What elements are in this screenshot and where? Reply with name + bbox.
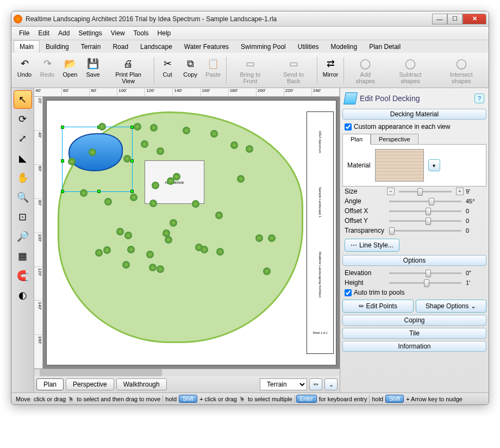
ribbon-tab-modeling[interactable]: Modeling xyxy=(324,40,363,53)
view-tab-perspective[interactable]: Perspective xyxy=(66,378,114,390)
coping-section[interactable]: Coping xyxy=(342,315,486,326)
maximize-button[interactable] xyxy=(447,14,462,24)
menu-file[interactable]: File xyxy=(15,28,34,39)
plant[interactable] xyxy=(123,155,131,163)
offset-x-slider[interactable] xyxy=(389,210,461,212)
ribbon-tab-main[interactable]: Main xyxy=(14,40,40,53)
plant[interactable] xyxy=(215,211,223,219)
plant[interactable] xyxy=(173,173,180,181)
cut-button[interactable]: ✂Cut xyxy=(157,55,178,79)
plant[interactable] xyxy=(237,175,245,183)
zoom-window-tool[interactable]: ⊡ xyxy=(14,208,32,226)
layer-options-button[interactable]: ⌄ xyxy=(324,378,338,390)
menu-add[interactable]: Add xyxy=(54,28,74,39)
plant[interactable] xyxy=(116,228,124,235)
menu-tools[interactable]: Tools xyxy=(129,28,153,39)
view-tab-plan[interactable]: Plan xyxy=(36,378,64,390)
plant[interactable] xyxy=(255,234,263,242)
menu-view[interactable]: View xyxy=(107,28,129,39)
increment-button[interactable]: + xyxy=(456,188,464,195)
plant[interactable] xyxy=(246,145,253,153)
ribbon-tab-plan-detail[interactable]: Plan Detail xyxy=(363,40,407,53)
material-swatch[interactable] xyxy=(375,149,424,182)
app-icon xyxy=(14,15,22,23)
plant[interactable] xyxy=(104,198,112,206)
subtab-perspective[interactable]: Perspective xyxy=(371,134,418,145)
plant[interactable] xyxy=(127,246,135,253)
vertical-ruler: 20'40'60'80'100'120'140'160' xyxy=(34,97,43,369)
ribbon-tab-utilities[interactable]: Utilities xyxy=(292,40,325,53)
layer-dropdown[interactable]: Terrain xyxy=(260,378,307,390)
toggle-tool[interactable]: ◐ xyxy=(14,286,32,304)
plant[interactable] xyxy=(263,267,271,275)
transparency-slider[interactable] xyxy=(389,230,461,232)
ribbon-tab-building[interactable]: Building xyxy=(40,40,75,53)
plant[interactable] xyxy=(210,130,218,138)
plant[interactable] xyxy=(170,219,177,227)
canvas-wrap: 20'40'60'80'100'120'140'160' residence i… xyxy=(34,97,340,369)
height-slider[interactable] xyxy=(389,282,461,284)
line-style-button[interactable]: ⋯ Line Style... xyxy=(345,239,399,252)
plant[interactable] xyxy=(150,124,158,132)
view-tabs: PlanPerspectiveWalkthroughTerrain✏⌄ xyxy=(34,376,340,393)
plant[interactable] xyxy=(216,248,224,256)
decking-material-section[interactable]: Decking Material xyxy=(342,109,486,120)
plant[interactable] xyxy=(134,123,141,130)
points-tool[interactable]: ◣ xyxy=(14,149,32,167)
scale-tool[interactable]: ⤢ xyxy=(14,129,32,148)
ribbon-tab-road[interactable]: Road xyxy=(107,40,134,53)
shape-options-button[interactable]: Shape Options ⌄ xyxy=(416,300,487,313)
panel-icon xyxy=(343,92,358,104)
zoom-tool[interactable]: 🔍 xyxy=(14,188,32,207)
edit-points-button[interactable]: ✏ Edit Points xyxy=(342,300,414,313)
size-slider[interactable] xyxy=(399,191,452,192)
plant[interactable] xyxy=(122,261,130,269)
help-button[interactable]: ? xyxy=(474,94,484,103)
options-section[interactable]: Options xyxy=(342,255,486,266)
ribbon-tab-landscape[interactable]: Landscape xyxy=(134,40,178,53)
menu-edit[interactable]: Edit xyxy=(34,28,54,39)
save-button[interactable]: 💾Save xyxy=(82,55,104,79)
edit-layer-button[interactable]: ✏ xyxy=(309,378,322,390)
plant[interactable] xyxy=(201,246,208,253)
undo-button[interactable]: ↶Undo xyxy=(14,55,35,79)
elevation-slider[interactable] xyxy=(389,272,461,274)
horizontal-scrollbar[interactable] xyxy=(34,369,340,376)
material-picker-button[interactable]: ▾ xyxy=(428,159,440,171)
snap-tool[interactable]: 🧲 xyxy=(14,266,32,285)
view-tab-walkthrough[interactable]: Walkthrough xyxy=(116,378,167,390)
pan-tool[interactable]: ✋ xyxy=(14,169,32,187)
offset-y-slider[interactable] xyxy=(389,220,461,222)
plant[interactable] xyxy=(103,246,111,254)
subtab-plan[interactable]: Plan xyxy=(342,134,371,145)
plant[interactable] xyxy=(149,264,157,271)
plant[interactable] xyxy=(157,147,164,155)
open-button[interactable]: 📂Open xyxy=(59,55,81,79)
zoom-extents-tool[interactable]: 🔎 xyxy=(14,227,32,246)
rotate-tool[interactable]: ⟳ xyxy=(14,110,32,128)
plant[interactable] xyxy=(68,158,76,165)
mirror-button[interactable]: ⇄Mirror xyxy=(320,55,342,79)
minimize-button[interactable] xyxy=(432,14,447,24)
plant[interactable] xyxy=(130,194,138,201)
ribbon-tab-terrain[interactable]: Terrain xyxy=(75,40,107,53)
plant[interactable] xyxy=(192,200,199,208)
decrement-button[interactable]: − xyxy=(387,188,395,195)
canvas-viewport[interactable]: residence iDEA Spectrum Sample Landscape… xyxy=(43,97,340,369)
information-section[interactable]: Information xyxy=(342,341,486,352)
ribbon-tab-swimming-pool[interactable]: Swimming Pool xyxy=(235,40,292,53)
ribbon-tab-water-features[interactable]: Water Features xyxy=(178,40,235,53)
properties-header: Edit Pool Decking ? xyxy=(342,90,486,107)
grid-tool[interactable]: ▦ xyxy=(14,247,32,265)
close-button[interactable] xyxy=(462,14,486,24)
menu-help[interactable]: Help xyxy=(153,28,176,39)
menu-settings[interactable]: Settings xyxy=(74,28,106,39)
plant[interactable] xyxy=(146,251,154,258)
custom-appearance-checkbox[interactable] xyxy=(345,123,352,130)
tile-section[interactable]: Tile xyxy=(342,328,486,339)
copy-button[interactable]: ⧉Copy xyxy=(179,55,201,79)
angle-slider[interactable] xyxy=(389,201,461,202)
select-tool[interactable]: ↖ xyxy=(14,90,32,109)
print-plan-view-button[interactable]: 🖨Print Plan View xyxy=(105,55,152,85)
auto-trim-checkbox[interactable] xyxy=(345,289,352,296)
